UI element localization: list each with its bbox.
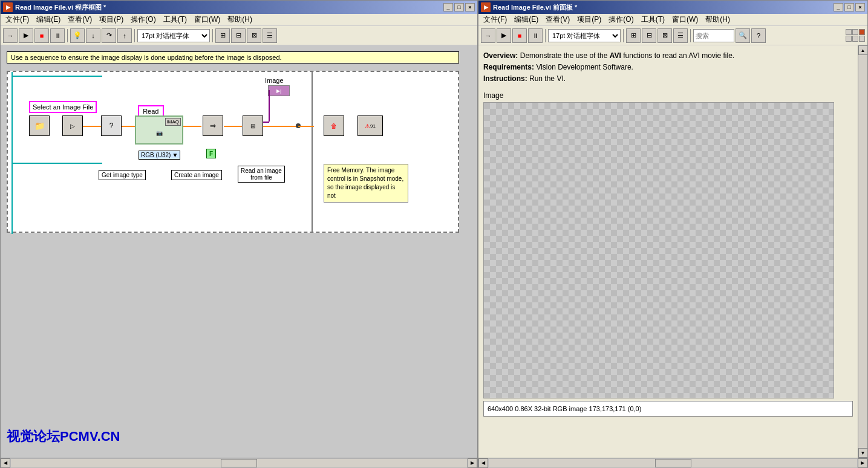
wire-teal-h-bot xyxy=(11,163,102,164)
menu-project[interactable]: 项目(P) xyxy=(96,14,127,25)
right-menu-project[interactable]: 项目(P) xyxy=(573,14,605,25)
right-run-arrow[interactable]: → xyxy=(481,28,495,43)
right-run-btn[interactable]: ▶ xyxy=(497,28,511,43)
menu-file[interactable]: 文件(F) xyxy=(2,14,33,25)
right-scroll-thumb[interactable] xyxy=(655,459,691,467)
grid-btn-1[interactable] xyxy=(846,29,852,35)
grid-btn-6[interactable] xyxy=(859,36,865,42)
wire-purple-v1 xyxy=(269,90,270,122)
right-window-controls[interactable]: _ □ × xyxy=(834,3,865,11)
dispose-icon[interactable]: 🗑 xyxy=(324,115,344,136)
right-bottom-scrollbar[interactable]: ◀ ▶ xyxy=(478,458,867,467)
right-menu-tools[interactable]: 工具(T) xyxy=(638,14,668,25)
font-select[interactable]: 17pt 对话框字体 xyxy=(137,29,210,42)
menu-view[interactable]: 查看(V) xyxy=(64,14,96,25)
scroll-right-btn[interactable]: ▶ xyxy=(468,458,477,468)
right-distribute-btn[interactable]: ⊟ xyxy=(642,28,656,43)
right-menu-edit[interactable]: 编辑(E) xyxy=(511,14,542,25)
wire-h4 xyxy=(224,126,242,127)
search-container[interactable] xyxy=(693,29,734,42)
scroll-track[interactable] xyxy=(858,55,868,448)
diagram-canvas-area[interactable]: Use a sequence to ensure the image displ… xyxy=(1,45,477,458)
scroll-up-btn[interactable]: ▲ xyxy=(858,45,868,55)
wire-h2 xyxy=(122,126,135,127)
step-out[interactable]: ↑ xyxy=(117,28,132,43)
search-input[interactable] xyxy=(696,32,732,39)
run-arrow[interactable]: → xyxy=(3,28,18,43)
minimize-button[interactable]: _ xyxy=(443,3,453,11)
sep3 xyxy=(212,29,213,42)
seq-divider xyxy=(312,72,313,232)
right-font-select[interactable]: 17pt 对话框字体 xyxy=(548,29,621,42)
right-resize-btn[interactable]: ⊠ xyxy=(658,28,672,43)
arrow-icon: ▷ xyxy=(62,115,83,136)
right-restore-button[interactable]: □ xyxy=(844,3,854,11)
requirements-label: Requirements: xyxy=(483,63,534,71)
pause-btn[interactable]: ⏸ xyxy=(50,28,65,43)
imaq-node[interactable]: IMAQ 📷 xyxy=(135,115,183,145)
order-btn[interactable]: ☰ xyxy=(263,28,277,43)
process-icon[interactable]: ⊞ xyxy=(243,115,263,136)
highlight-btn[interactable]: 💡 xyxy=(70,28,85,43)
grid-btn-3-active[interactable] xyxy=(859,29,865,35)
right-scrollbar[interactable]: ▲ ▼ xyxy=(858,45,867,458)
scroll-track[interactable] xyxy=(10,458,468,468)
wire-h5 xyxy=(263,126,298,127)
right-menu-view[interactable]: 查看(V) xyxy=(542,14,573,25)
menu-operate[interactable]: 操作(O) xyxy=(127,14,159,25)
step-over[interactable]: ↷ xyxy=(102,28,116,43)
rgb-dropdown[interactable]: RGB (U32) ▼ xyxy=(139,151,180,160)
transfer-icon[interactable]: ⇒ xyxy=(203,115,223,136)
right-title-text: Read Image File.vi 前面板 * xyxy=(493,3,834,12)
search-btn[interactable]: 🔍 xyxy=(736,28,750,43)
warning-note: Use a sequence to ensure the image displ… xyxy=(7,51,459,63)
right-align-btn[interactable]: ⊞ xyxy=(626,28,641,43)
left-window-controls[interactable]: _ □ × xyxy=(443,3,475,11)
wire-h6 xyxy=(298,126,314,127)
right-title-bar: ▶ Read Image File.vi 前面板 * _ □ × xyxy=(478,1,867,14)
scroll-left-btn[interactable]: ◀ xyxy=(1,458,10,468)
image-display[interactable] xyxy=(483,102,834,398)
wire-teal-h-top xyxy=(11,76,102,77)
right-menu-operate[interactable]: 操作(O) xyxy=(605,14,637,25)
grid-btn-5[interactable] xyxy=(852,36,858,42)
menu-help[interactable]: 帮助(H) xyxy=(224,14,256,25)
left-bottom-scrollbar[interactable]: ◀ ▶ xyxy=(1,458,477,467)
right-menu-window[interactable]: 窗口(W) xyxy=(668,14,702,25)
right-pause-btn[interactable]: ⏸ xyxy=(528,28,543,43)
abort-btn[interactable]: ■ xyxy=(34,28,49,43)
restore-button[interactable]: □ xyxy=(454,3,464,11)
right-abort-btn[interactable]: ■ xyxy=(512,28,527,43)
select-image-file-label: Select an Image File xyxy=(29,101,97,113)
menu-tools[interactable]: 工具(T) xyxy=(160,14,191,25)
close-button[interactable]: × xyxy=(465,3,475,11)
scroll-thumb[interactable] xyxy=(221,459,257,467)
run-btn[interactable]: ▶ xyxy=(19,28,33,43)
right-close-button[interactable]: × xyxy=(855,3,865,11)
right-menu-help[interactable]: 帮助(H) xyxy=(702,14,734,25)
right-minimize-button[interactable]: _ xyxy=(834,3,843,11)
file-browser-icon[interactable]: 📁 xyxy=(29,115,50,136)
grid-btn-4[interactable] xyxy=(846,36,852,42)
right-order-btn[interactable]: ☰ xyxy=(673,28,688,43)
help-btn[interactable]: ? xyxy=(751,28,766,43)
right-scroll-right-btn[interactable]: ▶ xyxy=(858,458,867,468)
menu-window[interactable]: 窗口(W) xyxy=(191,14,224,25)
watermark: 视觉论坛PCMV.CN xyxy=(7,427,120,446)
right-scroll-track[interactable] xyxy=(488,458,858,468)
sep2 xyxy=(134,29,135,42)
menu-edit[interactable]: 编辑(E) xyxy=(33,14,64,25)
resize-btn[interactable]: ⊠ xyxy=(247,28,261,43)
align-btn[interactable]: ⊞ xyxy=(215,28,230,43)
left-title-icon: ▶ xyxy=(3,2,13,12)
wire-teal-v xyxy=(11,72,13,234)
overview-label: Overview: xyxy=(483,51,518,60)
error-icon[interactable]: ⚠ 91 xyxy=(357,115,383,136)
right-menu-file[interactable]: 文件(F) xyxy=(480,14,511,25)
distribute-btn[interactable]: ⊟ xyxy=(231,28,246,43)
step-in[interactable]: ↓ xyxy=(86,28,100,43)
left-toolbar: → ▶ ■ ⏸ 💡 ↓ ↷ ↑ 17pt 对话框字体 ⊞ ⊟ ⊠ ☰ xyxy=(1,26,477,45)
scroll-down-btn[interactable]: ▼ xyxy=(858,448,868,458)
right-scroll-left-btn[interactable]: ◀ xyxy=(478,458,488,468)
grid-btn-2[interactable] xyxy=(852,29,858,35)
